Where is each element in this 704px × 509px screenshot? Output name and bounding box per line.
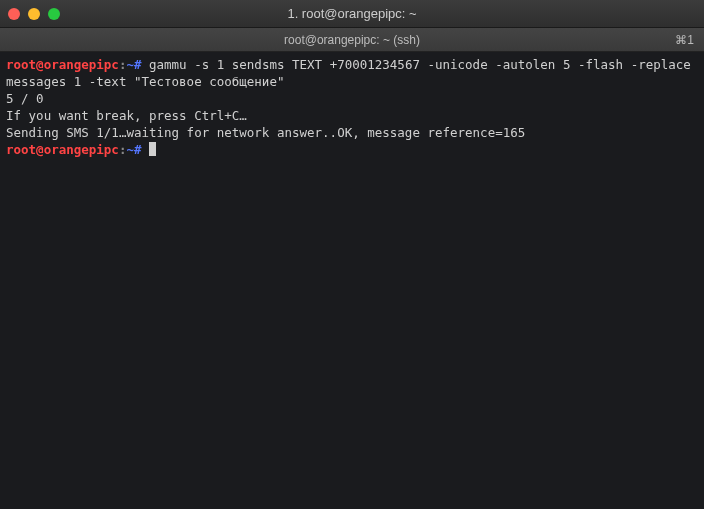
- maximize-icon[interactable]: [48, 8, 60, 20]
- terminal-window: 1. root@orangepipc: ~ root@orangepipc: ~…: [0, 0, 704, 509]
- titlebar[interactable]: 1. root@orangepipc: ~: [0, 0, 704, 28]
- tab-label[interactable]: root@orangepipc: ~ (ssh): [284, 33, 420, 47]
- output-line-2: If you want break, press Ctrl+C…: [6, 108, 247, 123]
- prompt-user: root@orangepipc: [6, 57, 119, 72]
- terminal-content[interactable]: root@orangepipc:~# gammu -s 1 sendsms TE…: [0, 52, 704, 509]
- command-line-2: [141, 142, 149, 157]
- output-line-3: Sending SMS 1/1…waiting for network answ…: [6, 125, 525, 140]
- close-icon[interactable]: [8, 8, 20, 20]
- traffic-lights: [8, 8, 60, 20]
- output-line-1: 5 / 0: [6, 91, 44, 106]
- prompt-path: ~#: [126, 57, 141, 72]
- window-title: 1. root@orangepipc: ~: [287, 6, 416, 21]
- tab-shortcut: ⌘1: [675, 33, 694, 47]
- cursor: [149, 142, 156, 156]
- prompt-user: root@orangepipc: [6, 142, 119, 157]
- prompt-path: ~#: [126, 142, 141, 157]
- minimize-icon[interactable]: [28, 8, 40, 20]
- tabbar: root@orangepipc: ~ (ssh) ⌘1: [0, 28, 704, 52]
